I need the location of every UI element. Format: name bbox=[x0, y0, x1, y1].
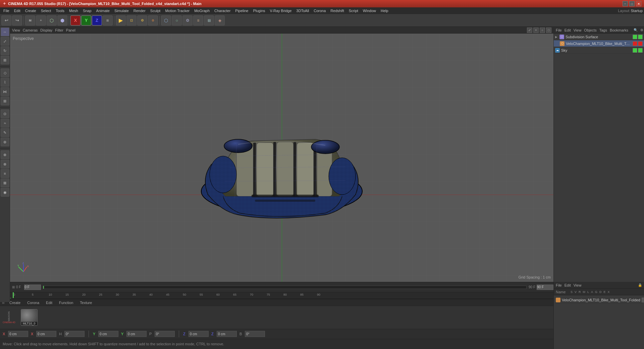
main-viewport[interactable]: View Cameras Display Filter Panel ⤢ + ○ … bbox=[10, 27, 553, 282]
object-mode-button[interactable]: + bbox=[36, 15, 46, 26]
subdiv-render-btn[interactable] bbox=[638, 35, 643, 39]
material-thumbnail[interactable]: MLT10_0 bbox=[21, 309, 38, 326]
mat-tab-texture[interactable]: Texture bbox=[78, 300, 94, 305]
tl-end-input[interactable] bbox=[537, 285, 553, 290]
render-settings-button[interactable]: ⚙ bbox=[137, 15, 147, 26]
y-pos-input[interactable] bbox=[98, 331, 118, 337]
spline-mode-button[interactable]: ⬡ bbox=[47, 15, 57, 26]
menu-vray[interactable]: V-Ray Bridge bbox=[268, 8, 294, 13]
layout-value[interactable]: Startup bbox=[631, 9, 643, 13]
menu-redshift[interactable]: Redshift bbox=[328, 8, 346, 13]
extrude-tool[interactable]: ⊞ bbox=[1, 97, 9, 105]
menu-motiontracker[interactable]: Motion Tracker bbox=[163, 8, 192, 13]
p-rot-input[interactable] bbox=[155, 331, 175, 337]
bridge-tool[interactable]: ⋈ bbox=[1, 87, 9, 96]
menu-plugins[interactable]: Plugins bbox=[251, 8, 267, 13]
x-size-input[interactable] bbox=[36, 331, 56, 337]
y-size-input[interactable] bbox=[126, 331, 147, 337]
menu-character[interactable]: Character bbox=[212, 8, 232, 13]
om-tags-menu[interactable]: Tags bbox=[599, 28, 607, 32]
om-file-menu[interactable]: File bbox=[556, 28, 562, 32]
om-bookmarks-menu[interactable]: Bookmarks bbox=[610, 28, 628, 32]
vp-view-menu[interactable]: View bbox=[12, 28, 20, 32]
vp-ctrl-2[interactable]: + bbox=[533, 28, 539, 33]
edit-render-settings[interactable]: ⚙ bbox=[148, 15, 158, 26]
layers-button[interactable]: ≡ bbox=[193, 15, 203, 26]
am-lock[interactable]: 🔒 bbox=[638, 283, 642, 287]
redo-button[interactable]: ↪ bbox=[12, 15, 22, 26]
obj-velochampion[interactable]: ⬡ VeloChampion_MLT10_Bike_Multi_Tool_Fol… bbox=[554, 40, 644, 47]
obj-subdivision-surface[interactable]: ▶ ⬡ Subdivision Surface bbox=[554, 34, 644, 40]
am-view-menu[interactable]: View bbox=[574, 283, 582, 287]
mat-tab-corona[interactable]: Corona bbox=[25, 300, 41, 305]
menu-mograph[interactable]: MoGraph bbox=[192, 8, 212, 13]
inflate-tool[interactable]: ◉ bbox=[1, 188, 9, 197]
scale-tool[interactable]: ⤢ bbox=[1, 37, 9, 46]
b-rot-input[interactable] bbox=[245, 331, 265, 337]
flatten-tool[interactable]: ≡ bbox=[1, 169, 9, 178]
z-pos-input[interactable] bbox=[189, 331, 209, 337]
smooth-tool[interactable]: ≈ bbox=[1, 119, 9, 128]
om-search[interactable]: 🔍 bbox=[634, 28, 638, 32]
paint-tool[interactable]: ✎ bbox=[1, 128, 9, 137]
om-view-menu[interactable]: View bbox=[574, 28, 582, 32]
scene-button[interactable]: ⚙ bbox=[182, 15, 193, 26]
subdiv-vis-btn[interactable] bbox=[633, 35, 637, 39]
objects-button[interactable]: ○ bbox=[172, 15, 182, 26]
velo-render-btn[interactable] bbox=[638, 41, 643, 46]
vp-display-menu[interactable]: Display bbox=[40, 28, 52, 32]
sky-render-btn[interactable] bbox=[638, 48, 643, 53]
menu-corona[interactable]: Corona bbox=[312, 8, 328, 13]
wax-tool[interactable]: ⊗ bbox=[1, 160, 9, 168]
menu-help[interactable]: Help bbox=[379, 8, 390, 13]
x-axis-toggle[interactable]: X bbox=[70, 15, 80, 26]
obj-sky[interactable]: ☁ Sky bbox=[554, 47, 644, 54]
world-coords-button[interactable]: ⊞ bbox=[103, 15, 113, 26]
menu-window[interactable]: Window bbox=[361, 8, 378, 13]
mat-tab-edit[interactable]: Edit bbox=[44, 300, 54, 305]
menu-render[interactable]: Render bbox=[131, 8, 148, 13]
chisel-tool[interactable]: ⊠ bbox=[1, 179, 9, 187]
vp-ctrl-4[interactable]: □ bbox=[546, 28, 551, 33]
viewport-canvas[interactable]: Perspective bbox=[10, 34, 553, 282]
menu-create[interactable]: Create bbox=[23, 8, 38, 13]
z-axis-toggle[interactable]: Z bbox=[92, 15, 102, 26]
menu-file[interactable]: File bbox=[1, 8, 11, 13]
timeline-button[interactable]: ▤ bbox=[204, 15, 214, 26]
am-edit-menu[interactable]: Edit bbox=[565, 283, 571, 287]
smear-tool[interactable]: ⊛ bbox=[1, 138, 9, 146]
mat-tab-function[interactable]: Function bbox=[57, 300, 75, 305]
vp-filter-menu[interactable]: Filter bbox=[55, 28, 63, 32]
vp-maximize[interactable]: ⤢ bbox=[527, 28, 532, 33]
vp-cameras-menu[interactable]: Cameras bbox=[23, 28, 38, 32]
z-size-input[interactable] bbox=[217, 331, 237, 337]
om-settings[interactable]: ⚙ bbox=[640, 28, 643, 32]
tl-progress-bar[interactable] bbox=[43, 286, 527, 289]
menu-select[interactable]: Select bbox=[39, 8, 53, 13]
y-axis-toggle[interactable]: Y bbox=[81, 15, 91, 26]
am-vis-btn[interactable] bbox=[642, 298, 644, 302]
menu-edit[interactable]: Edit bbox=[12, 8, 22, 13]
rotate-tool[interactable]: ↻ bbox=[1, 46, 9, 55]
menu-pipeline[interactable]: Pipeline bbox=[233, 8, 250, 13]
menu-sculpt[interactable]: Sculpt bbox=[148, 8, 163, 13]
vp-ctrl-3[interactable]: ○ bbox=[540, 28, 545, 33]
am-file-menu[interactable]: File bbox=[556, 283, 562, 287]
x-pos-input[interactable] bbox=[8, 331, 28, 337]
menu-snap[interactable]: Snap bbox=[81, 8, 94, 13]
om-objects-menu[interactable]: Objects bbox=[584, 28, 596, 32]
menu-script[interactable]: Script bbox=[347, 8, 360, 13]
close-button[interactable]: ✕ bbox=[636, 1, 641, 6]
material-mgr[interactable]: ◈ bbox=[215, 15, 225, 26]
menu-simulate[interactable]: Simulate bbox=[112, 8, 131, 13]
magnet-tool[interactable]: ⊙ bbox=[1, 109, 9, 118]
om-edit-menu[interactable]: Edit bbox=[565, 28, 571, 32]
model-mode-button[interactable]: M bbox=[25, 15, 35, 26]
undo-button[interactable]: ↩ bbox=[1, 15, 11, 26]
polygon-pen[interactable]: ◇ bbox=[1, 68, 9, 77]
knife-tool[interactable]: ⌇ bbox=[1, 78, 9, 87]
perspective-button[interactable]: ⬡ bbox=[161, 15, 171, 26]
menu-mesh[interactable]: Mesh bbox=[67, 8, 80, 13]
render-region-button[interactable]: ⊡ bbox=[126, 15, 137, 26]
poly-mode-button[interactable]: ⬢ bbox=[57, 15, 67, 26]
